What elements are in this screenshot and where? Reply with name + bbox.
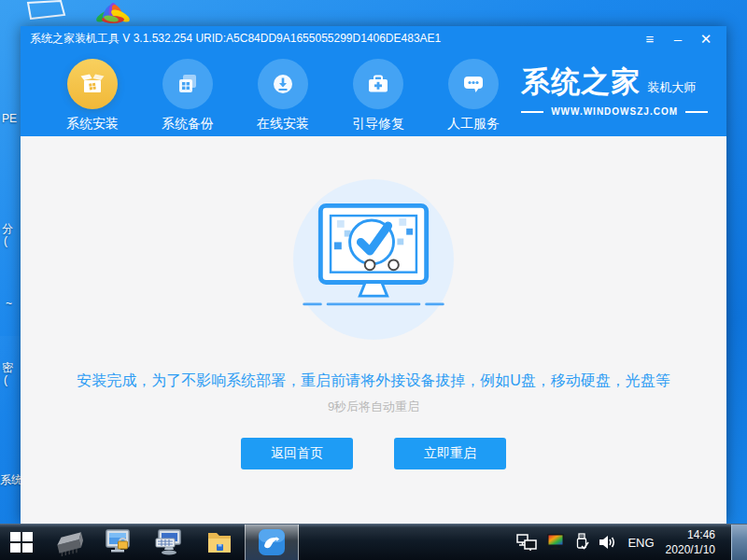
clock-time: 14:46 xyxy=(666,527,715,542)
start-button[interactable] xyxy=(0,525,43,560)
desktop-screen: PE 分 ( ~ 密 ( 系统 系统之家装机工具 V 3.1.532.254 U… xyxy=(0,0,747,560)
minimize-icon[interactable]: – xyxy=(667,29,689,49)
button-row: 返回首页 立即重启 xyxy=(241,438,506,469)
titlebar[interactable]: 系统之家装机工具 V 3.1.532.254 URID:A5C84DD9A165… xyxy=(21,26,726,51)
nav-item-online-install[interactable]: 在线安装 xyxy=(235,51,331,133)
windows-logo-icon xyxy=(9,530,34,554)
remote-lock-icon[interactable] xyxy=(93,525,144,560)
brand-name: 系统之家 xyxy=(521,63,641,102)
brand-logo: 系统之家 装机大师 WWW.WINDOWSZJ.COM xyxy=(521,51,708,117)
menu-icon[interactable]: ≡ xyxy=(639,29,661,49)
main-content: 安装完成，为了不影响系统部署，重启前请将外接设备拔掉，例如U盘，移动硬盘，光盘等… xyxy=(21,136,726,524)
restart-countdown: 9秒后将自动重启 xyxy=(328,399,419,415)
desktop-monitor-icon[interactable] xyxy=(26,0,69,24)
backup-icon xyxy=(162,59,213,109)
file-explorer-icon[interactable] xyxy=(194,525,245,560)
installer-window: 系统之家装机工具 V 3.1.532.254 URID:A5C84DD9A165… xyxy=(21,26,726,524)
brand-tagline: 装机大师 xyxy=(647,79,696,96)
nav-item-system-install[interactable]: 系统安装 xyxy=(45,51,140,133)
install-box-icon xyxy=(67,59,118,109)
memory-chip-icon[interactable] xyxy=(43,525,93,560)
usb-icon[interactable] xyxy=(574,533,589,552)
nav-item-label: 引导修复 xyxy=(352,116,404,133)
desktop-label-fragment: 系统 xyxy=(0,472,22,488)
display-color-icon[interactable] xyxy=(545,533,566,552)
nav-bar: 系统安装 系统备份 xyxy=(21,51,726,136)
nav-item-boot-repair[interactable]: 引导修复 xyxy=(331,51,426,133)
system-tray: ENG 14:46 2020/1/10 xyxy=(516,525,747,560)
back-home-button[interactable]: 返回首页 xyxy=(241,438,353,469)
taskbar-clock[interactable]: 14:46 2020/1/10 xyxy=(666,527,721,557)
clock-date: 2020/1/10 xyxy=(666,542,715,557)
repair-kit-icon xyxy=(353,59,403,109)
desktop-label-fragment: ( xyxy=(4,373,7,386)
download-icon xyxy=(258,59,308,109)
monitor-check-illustration xyxy=(293,179,454,340)
window-controls: ≡ – ✕ xyxy=(639,29,717,49)
desktop-label-fragment: PE xyxy=(2,112,17,125)
nav-item-label: 系统安装 xyxy=(66,116,119,133)
restart-now-button[interactable]: 立即重启 xyxy=(394,438,506,469)
window-title: 系统之家装机工具 V 3.1.532.254 URID:A5C84DD9A165… xyxy=(30,31,441,47)
taskbar: ENG 14:46 2020/1/10 xyxy=(0,524,747,560)
nav-item-human-service[interactable]: 人工服务 xyxy=(426,51,521,133)
nav-item-label: 在线安装 xyxy=(257,116,309,133)
chat-icon xyxy=(448,59,499,109)
monitor-check-svg xyxy=(293,186,454,333)
nav-item-system-backup[interactable]: 系统备份 xyxy=(140,51,235,133)
language-indicator[interactable]: ENG xyxy=(625,536,656,550)
onscreen-keyboard-icon[interactable] xyxy=(144,525,194,560)
nav-item-label: 系统备份 xyxy=(162,116,214,133)
network-icon[interactable] xyxy=(516,533,537,552)
desktop-label-fragment: ~ xyxy=(6,297,12,310)
completion-message: 安装完成，为了不影响系统部署，重启前请将外接设备拔掉，例如U盘，移动硬盘，光盘等 xyxy=(77,371,670,391)
brand-website: WWW.WINDOWSZJ.COM xyxy=(521,106,708,117)
close-icon[interactable]: ✕ xyxy=(695,29,717,49)
installer-app-taskbar-button[interactable] xyxy=(245,525,299,560)
nav-item-label: 人工服务 xyxy=(447,116,500,133)
show-desktop-button[interactable] xyxy=(731,525,747,560)
installer-app-icon xyxy=(258,528,286,556)
volume-icon[interactable] xyxy=(598,533,616,552)
desktop-label-fragment: ( xyxy=(4,234,7,247)
